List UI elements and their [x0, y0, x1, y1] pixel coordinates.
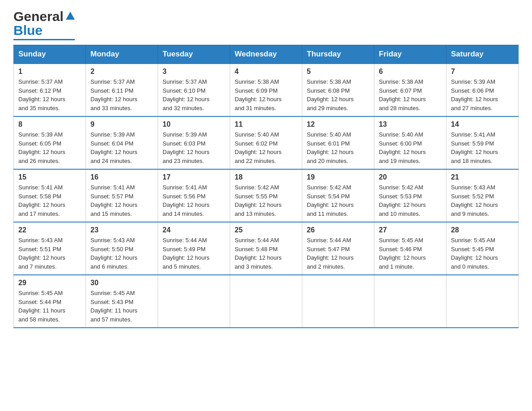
- calendar-cell: [302, 275, 374, 328]
- day-number: 12: [307, 120, 369, 128]
- day-number: 27: [379, 226, 442, 234]
- calendar-cell: 25 Sunrise: 5:44 AMSunset: 5:48 PMDaylig…: [230, 222, 302, 275]
- day-info: Sunrise: 5:41 AMSunset: 5:56 PMDaylight:…: [163, 183, 225, 218]
- day-number: 26: [307, 226, 369, 234]
- day-number: 14: [451, 120, 514, 128]
- calendar-cell: 29 Sunrise: 5:45 AMSunset: 5:44 PMDaylig…: [14, 275, 86, 328]
- day-info: Sunrise: 5:43 AMSunset: 5:52 PMDaylight:…: [451, 183, 514, 218]
- day-number: 29: [18, 279, 81, 287]
- day-number: 18: [235, 173, 297, 181]
- calendar-week-row: 8 Sunrise: 5:39 AMSunset: 6:05 PMDayligh…: [14, 116, 519, 169]
- day-info: Sunrise: 5:37 AMSunset: 6:10 PMDaylight:…: [163, 77, 225, 112]
- calendar-header-friday: Friday: [374, 45, 446, 64]
- calendar-cell: 7 Sunrise: 5:39 AMSunset: 6:06 PMDayligh…: [446, 64, 519, 116]
- logo-general-text: General: [13, 9, 64, 24]
- calendar-cell: 23 Sunrise: 5:43 AMSunset: 5:50 PMDaylig…: [86, 222, 158, 275]
- day-number: 3: [163, 68, 225, 76]
- day-number: 6: [379, 68, 442, 76]
- day-info: Sunrise: 5:41 AMSunset: 5:59 PMDaylight:…: [451, 130, 514, 165]
- day-info: Sunrise: 5:40 AMSunset: 6:02 PMDaylight:…: [235, 130, 297, 165]
- day-info: Sunrise: 5:39 AMSunset: 6:04 PMDaylight:…: [90, 130, 153, 165]
- day-info: Sunrise: 5:39 AMSunset: 6:06 PMDaylight:…: [451, 77, 514, 112]
- calendar-cell: 19 Sunrise: 5:42 AMSunset: 5:54 PMDaylig…: [302, 169, 374, 222]
- day-info: Sunrise: 5:45 AMSunset: 5:45 PMDaylight:…: [451, 236, 514, 271]
- calendar-header-saturday: Saturday: [446, 45, 519, 64]
- calendar-cell: 10 Sunrise: 5:39 AMSunset: 6:03 PMDaylig…: [158, 116, 230, 169]
- day-number: 25: [235, 226, 297, 234]
- day-info: Sunrise: 5:39 AMSunset: 6:03 PMDaylight:…: [163, 130, 225, 165]
- calendar-cell: 20 Sunrise: 5:42 AMSunset: 5:53 PMDaylig…: [374, 169, 446, 222]
- calendar-cell: 15 Sunrise: 5:41 AMSunset: 5:58 PMDaylig…: [14, 169, 86, 222]
- logo-underline: [13, 39, 75, 40]
- day-number: 10: [163, 120, 225, 128]
- calendar-header-wednesday: Wednesday: [230, 45, 302, 64]
- calendar-cell: 28 Sunrise: 5:45 AMSunset: 5:45 PMDaylig…: [446, 222, 519, 275]
- calendar-cell: [230, 275, 302, 328]
- day-info: Sunrise: 5:42 AMSunset: 5:54 PMDaylight:…: [307, 183, 369, 218]
- calendar-header-thursday: Thursday: [302, 45, 374, 64]
- calendar-cell: 3 Sunrise: 5:37 AMSunset: 6:10 PMDayligh…: [158, 64, 230, 116]
- day-info: Sunrise: 5:45 AMSunset: 5:44 PMDaylight:…: [18, 289, 81, 324]
- calendar-cell: 24 Sunrise: 5:44 AMSunset: 5:49 PMDaylig…: [158, 222, 230, 275]
- day-number: 19: [307, 173, 369, 181]
- day-number: 20: [379, 173, 442, 181]
- day-info: Sunrise: 5:44 AMSunset: 5:49 PMDaylight:…: [163, 236, 225, 271]
- day-info: Sunrise: 5:38 AMSunset: 6:08 PMDaylight:…: [307, 77, 369, 112]
- day-number: 11: [235, 120, 297, 128]
- calendar-cell: 9 Sunrise: 5:39 AMSunset: 6:04 PMDayligh…: [86, 116, 158, 169]
- calendar-cell: 18 Sunrise: 5:42 AMSunset: 5:55 PMDaylig…: [230, 169, 302, 222]
- calendar-cell: [158, 275, 230, 328]
- day-info: Sunrise: 5:38 AMSunset: 6:09 PMDaylight:…: [235, 77, 297, 112]
- day-number: 5: [307, 68, 369, 76]
- calendar-cell: [374, 275, 446, 328]
- calendar-week-row: 29 Sunrise: 5:45 AMSunset: 5:44 PMDaylig…: [14, 275, 519, 328]
- calendar-week-row: 22 Sunrise: 5:43 AMSunset: 5:51 PMDaylig…: [14, 222, 519, 275]
- day-number: 22: [18, 226, 81, 234]
- calendar-cell: 26 Sunrise: 5:44 AMSunset: 5:47 PMDaylig…: [302, 222, 374, 275]
- calendar-cell: 17 Sunrise: 5:41 AMSunset: 5:56 PMDaylig…: [158, 169, 230, 222]
- day-number: 24: [163, 226, 225, 234]
- day-info: Sunrise: 5:42 AMSunset: 5:53 PMDaylight:…: [379, 183, 442, 218]
- logo: General Blue: [13, 9, 75, 40]
- day-info: Sunrise: 5:40 AMSunset: 6:00 PMDaylight:…: [379, 130, 442, 165]
- day-info: Sunrise: 5:39 AMSunset: 6:05 PMDaylight:…: [18, 130, 81, 165]
- day-number: 13: [379, 120, 442, 128]
- day-info: Sunrise: 5:41 AMSunset: 5:57 PMDaylight:…: [90, 183, 153, 218]
- calendar-cell: 5 Sunrise: 5:38 AMSunset: 6:08 PMDayligh…: [302, 64, 374, 116]
- day-number: 7: [451, 68, 514, 76]
- day-info: Sunrise: 5:42 AMSunset: 5:55 PMDaylight:…: [235, 183, 297, 218]
- day-info: Sunrise: 5:37 AMSunset: 6:12 PMDaylight:…: [18, 77, 81, 112]
- logo-arrow-icon: [66, 12, 75, 20]
- calendar-cell: 8 Sunrise: 5:39 AMSunset: 6:05 PMDayligh…: [14, 116, 86, 169]
- calendar-cell: 27 Sunrise: 5:45 AMSunset: 5:46 PMDaylig…: [374, 222, 446, 275]
- calendar-cell: 2 Sunrise: 5:37 AMSunset: 6:11 PMDayligh…: [86, 64, 158, 116]
- calendar-cell: 4 Sunrise: 5:38 AMSunset: 6:09 PMDayligh…: [230, 64, 302, 116]
- day-info: Sunrise: 5:45 AMSunset: 5:46 PMDaylight:…: [379, 236, 442, 271]
- day-info: Sunrise: 5:43 AMSunset: 5:50 PMDaylight:…: [90, 236, 153, 271]
- calendar-header-sunday: Sunday: [14, 45, 86, 64]
- calendar-cell: 16 Sunrise: 5:41 AMSunset: 5:57 PMDaylig…: [86, 169, 158, 222]
- day-number: 9: [90, 120, 153, 128]
- day-number: 2: [90, 68, 153, 76]
- day-number: 8: [18, 120, 81, 128]
- calendar-cell: 11 Sunrise: 5:40 AMSunset: 6:02 PMDaylig…: [230, 116, 302, 169]
- page-header: General Blue: [13, 9, 519, 40]
- day-info: Sunrise: 5:43 AMSunset: 5:51 PMDaylight:…: [18, 236, 81, 271]
- day-number: 15: [18, 173, 81, 181]
- calendar-week-row: 15 Sunrise: 5:41 AMSunset: 5:58 PMDaylig…: [14, 169, 519, 222]
- calendar-week-row: 1 Sunrise: 5:37 AMSunset: 6:12 PMDayligh…: [14, 64, 519, 116]
- day-info: Sunrise: 5:44 AMSunset: 5:48 PMDaylight:…: [235, 236, 297, 271]
- day-number: 16: [90, 173, 153, 181]
- day-info: Sunrise: 5:45 AMSunset: 5:43 PMDaylight:…: [90, 289, 153, 324]
- day-number: 28: [451, 226, 514, 234]
- calendar-header-tuesday: Tuesday: [158, 45, 230, 64]
- calendar-cell: 14 Sunrise: 5:41 AMSunset: 5:59 PMDaylig…: [446, 116, 519, 169]
- day-info: Sunrise: 5:41 AMSunset: 5:58 PMDaylight:…: [18, 183, 81, 218]
- day-number: 17: [163, 173, 225, 181]
- calendar-table: SundayMondayTuesdayWednesdayThursdayFrid…: [13, 45, 519, 328]
- day-number: 30: [90, 279, 153, 287]
- logo-blue-text: Blue: [13, 23, 43, 38]
- calendar-header-monday: Monday: [86, 45, 158, 64]
- calendar-cell: 30 Sunrise: 5:45 AMSunset: 5:43 PMDaylig…: [86, 275, 158, 328]
- day-info: Sunrise: 5:38 AMSunset: 6:07 PMDaylight:…: [379, 77, 442, 112]
